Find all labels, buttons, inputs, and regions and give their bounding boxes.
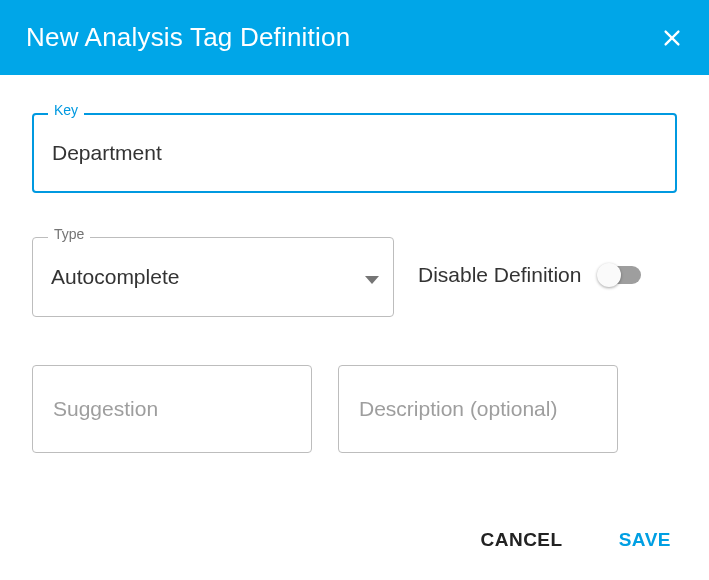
- description-placeholder: Description (optional): [359, 397, 557, 421]
- disable-definition-group: Disable Definition: [418, 237, 641, 287]
- chevron-down-icon: [365, 265, 379, 289]
- close-button[interactable]: [661, 27, 683, 49]
- dialog-actions: CANCEL SAVE: [0, 521, 709, 580]
- dialog-content: Key Department Type Autocomplete Disable…: [0, 75, 709, 521]
- dialog-title: New Analysis Tag Definition: [26, 22, 350, 53]
- type-select[interactable]: Autocomplete: [32, 237, 394, 317]
- dialog-new-analysis-tag: New Analysis Tag Definition Key Departme…: [0, 0, 709, 580]
- disable-definition-toggle[interactable]: [599, 266, 641, 284]
- disable-definition-label: Disable Definition: [418, 263, 581, 287]
- type-select-value: Autocomplete: [51, 265, 179, 289]
- description-input[interactable]: Description (optional): [338, 365, 618, 453]
- suggestion-placeholder: Suggestion: [53, 397, 158, 421]
- key-label: Key: [48, 102, 84, 118]
- suggestion-input[interactable]: Suggestion: [32, 365, 312, 453]
- type-disable-row: Type Autocomplete Disable Definition: [32, 237, 677, 317]
- suggestion-description-row: Suggestion Description (optional): [32, 365, 677, 453]
- type-label: Type: [48, 226, 90, 242]
- type-field-container: Type Autocomplete: [32, 237, 394, 317]
- toggle-knob: [597, 263, 621, 287]
- key-input[interactable]: Department: [32, 113, 677, 193]
- key-input-value: Department: [52, 141, 162, 165]
- close-icon: [661, 27, 683, 49]
- dialog-header: New Analysis Tag Definition: [0, 0, 709, 75]
- cancel-button[interactable]: CANCEL: [474, 521, 568, 559]
- save-button[interactable]: SAVE: [613, 521, 677, 559]
- key-field-container: Key Department: [32, 113, 677, 193]
